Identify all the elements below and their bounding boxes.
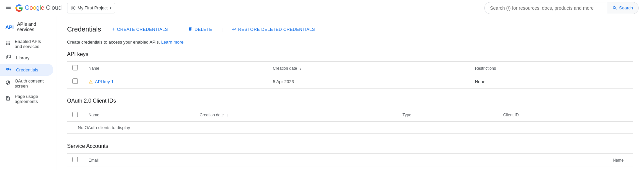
sidebar-item-library[interactable]: Library — [0, 52, 53, 64]
enabled-apis-icon — [5, 41, 11, 47]
search-icon — [612, 6, 617, 10]
api-key-1-checkbox[interactable] — [72, 78, 78, 84]
page-header: Credentials + CREATE CREDENTIALS | DELET… — [67, 24, 633, 34]
api-key-1-name-cell: ⚠ API key 1 — [83, 75, 268, 89]
hamburger-menu[interactable] — [5, 4, 11, 11]
sa-email-header: Email — [83, 154, 471, 167]
sort-desc-icon: ↓ — [300, 66, 302, 70]
delete-icon — [188, 26, 193, 32]
api-keys-creation-date-header[interactable]: Creation date ↓ — [268, 62, 470, 75]
sidebar-item-credentials-label: Credentials — [16, 67, 38, 72]
sidebar-header: API APIs and services — [0, 19, 56, 36]
sidebar-item-library-label: Library — [16, 55, 30, 60]
api-icon: API — [5, 24, 14, 30]
page-usage-icon — [5, 96, 11, 102]
project-selector[interactable]: My First Project ▾ — [67, 3, 115, 13]
sa-sort-asc-icon: ↑ — [626, 158, 628, 162]
oauth-empty-message-cell: No OAuth clients to display — [67, 122, 633, 134]
google-cloud-logo: Google Cloud — [15, 4, 62, 12]
api-key-1-date-cell: 5 Apr 2023 — [268, 75, 470, 89]
search-input[interactable] — [485, 5, 607, 11]
sa-1-checkbox-cell — [67, 167, 83, 170]
service-accounts-title: Service Accounts — [67, 143, 633, 149]
create-credentials-button[interactable]: + CREATE CREDENTIALS — [108, 24, 172, 34]
api-keys-header-row: Name Creation date ↓ Restrictions — [67, 62, 633, 75]
oauth-clients-title: OAuth 2.0 Client IDs — [67, 98, 633, 104]
oauth-clients-header-row: Name Creation date ↓ Type Client ID — [67, 108, 633, 122]
api-keys-title: API keys — [67, 51, 633, 57]
restore-credentials-button[interactable]: ↩ RESTORE DELETED CREDENTIALS — [228, 24, 319, 34]
library-icon — [5, 54, 12, 61]
warning-icon: ⚠ — [89, 79, 93, 84]
oauth-clients-section: OAuth 2.0 Client IDs Name Creation date … — [67, 98, 633, 134]
top-nav: Google Cloud My First Project ▾ Search — [0, 0, 644, 16]
info-text: Create credentials to access your enable… — [67, 40, 633, 45]
search-bar: Search — [484, 2, 639, 14]
api-keys-restrictions-header: Restrictions — [470, 62, 633, 75]
sidebar-header-label: APIs and services — [17, 21, 51, 32]
oauth-select-all-checkbox[interactable] — [72, 112, 78, 117]
service-accounts-header-row: Email Name ↑ — [67, 154, 633, 167]
table-row: ⚠ API key 1 5 Apr 2023 None — [67, 75, 633, 89]
page-title: Credentials — [67, 25, 101, 33]
sa-1-name-cell: ●●●●●●●●●● — [471, 167, 633, 170]
oauth-name-header: Name — [83, 108, 194, 122]
sidebar-item-oauth-label: OAuth consent screen — [15, 78, 48, 89]
api-keys-table: Name Creation date ↓ Restrictions — [67, 61, 633, 89]
sa-select-all-checkbox[interactable] — [72, 157, 78, 162]
sa-name-header[interactable]: Name ↑ — [471, 154, 633, 167]
credentials-icon — [5, 66, 12, 73]
sidebar: API APIs and services Enabled APIs and s… — [0, 16, 56, 170]
oauth-sort-desc-icon: ↓ — [226, 113, 228, 117]
api-keys-select-all-checkbox[interactable] — [72, 65, 78, 70]
restore-icon: ↩ — [232, 26, 236, 32]
api-keys-select-all-cell — [67, 62, 83, 75]
service-accounts-table: Email Name ↑ ●●●●●●● — [67, 153, 633, 170]
sidebar-item-page-usage-label: Page usage agreements — [15, 94, 48, 104]
oauth-empty-row: No OAuth clients to display — [67, 122, 633, 134]
table-row: ●●●●●●● abc@email.com ●●●●●●●●●●●●● ●●●●… — [67, 167, 633, 170]
api-keys-name-header: Name — [83, 62, 268, 75]
delete-button[interactable]: DELETE — [184, 24, 216, 34]
oauth-type-header: Type — [397, 108, 498, 122]
sa-select-all-cell — [67, 154, 83, 167]
restore-credentials-label: RESTORE DELETED CREDENTIALS — [238, 27, 315, 32]
api-key-1-link[interactable]: ⚠ API key 1 — [89, 79, 262, 84]
header-actions: + CREATE CREDENTIALS | DELETE | ↩ RESTOR… — [108, 24, 319, 34]
api-keys-section: API keys Name Creation date ↓ — [67, 51, 633, 89]
chevron-down-icon: ▾ — [110, 6, 111, 10]
api-key-1-checkbox-cell — [67, 75, 83, 89]
create-icon: + — [112, 26, 115, 32]
project-selector-label: My First Project — [77, 5, 108, 10]
sa-1-email-cell: ●●●●●●● abc@email.com ●●●●●●●●●●●●● — [83, 167, 471, 170]
learn-more-link[interactable]: Learn more — [161, 40, 183, 45]
logo-text: Google Cloud — [25, 4, 62, 11]
oauth-select-all-cell — [67, 108, 83, 122]
sidebar-item-oauth[interactable]: OAuth consent screen — [0, 76, 53, 91]
service-accounts-section: Service Accounts Email Name ↑ — [67, 143, 633, 170]
sidebar-item-enabled-label: Enabled APIs and services — [15, 39, 48, 49]
oauth-creation-date-header[interactable]: Creation date ↓ — [194, 108, 397, 122]
action-divider-1: | — [177, 27, 178, 32]
app-body: API APIs and services Enabled APIs and s… — [0, 16, 644, 170]
sidebar-item-page-usage[interactable]: Page usage agreements — [0, 91, 53, 107]
search-button-label: Search — [619, 5, 633, 10]
sidebar-item-credentials[interactable]: Credentials — [0, 64, 53, 76]
delete-label: DELETE — [195, 27, 212, 32]
action-divider-2: | — [221, 27, 222, 32]
oauth-icon — [5, 80, 11, 87]
sidebar-item-enabled[interactable]: Enabled APIs and services — [0, 36, 53, 52]
main-content: Credentials + CREATE CREDENTIALS | DELET… — [56, 16, 644, 170]
search-button[interactable]: Search — [607, 2, 638, 14]
oauth-empty-message: No OAuth clients to display — [72, 121, 136, 134]
oauth-clients-table: Name Creation date ↓ Type Client ID — [67, 108, 633, 134]
svg-point-1 — [72, 7, 74, 9]
create-credentials-label: CREATE CREDENTIALS — [117, 27, 168, 32]
api-key-1-restrictions-cell: None — [470, 75, 633, 89]
oauth-client-id-header: Client ID — [498, 108, 633, 122]
